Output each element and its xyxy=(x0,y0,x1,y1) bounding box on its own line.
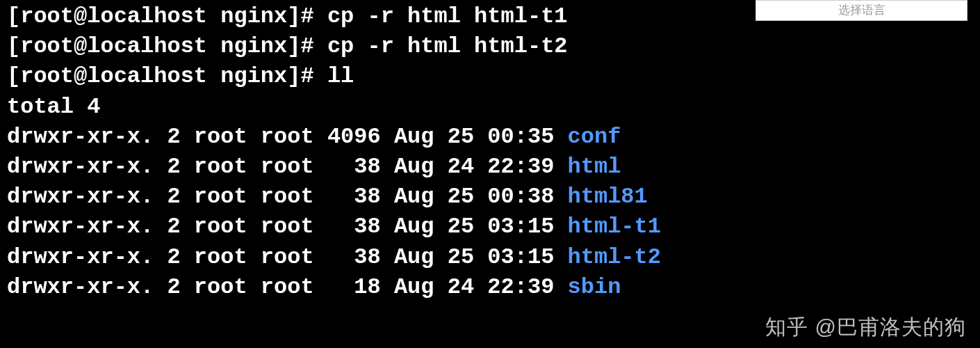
listing-row-meta: drwxr-xr-x. 2 root root 38 Aug 25 03:15 xyxy=(7,244,568,270)
listing-row-meta: drwxr-xr-x. 2 root root 18 Aug 24 22:39 xyxy=(7,274,568,300)
prompt: [root@localhost nginx]# xyxy=(7,33,327,59)
listing-row: drwxr-xr-x. 2 root root 38 Aug 25 03:15 … xyxy=(7,242,980,272)
command-line: [root@localhost nginx]# cp -r html html-… xyxy=(7,31,980,61)
listing-row: drwxr-xr-x. 2 root root 4096 Aug 25 00:3… xyxy=(7,122,980,152)
listing-row: drwxr-xr-x. 2 root root 38 Aug 25 03:15 … xyxy=(7,212,980,242)
command-text: ll xyxy=(327,63,354,89)
language-dropdown-label: 选择语言 xyxy=(838,3,885,19)
listing-row-name: html-t2 xyxy=(568,244,661,270)
listing-total: total 4 xyxy=(7,92,980,122)
listing-row: drwxr-xr-x. 2 root root 38 Aug 25 00:38 … xyxy=(7,182,980,212)
listing-row-meta: drwxr-xr-x. 2 root root 38 Aug 25 03:15 xyxy=(7,214,568,239)
command-text: cp -r html html-t2 xyxy=(327,33,568,59)
listing-row-name: sbin xyxy=(568,274,621,300)
language-dropdown[interactable]: 选择语言 xyxy=(756,0,967,21)
listing-row-meta: drwxr-xr-x. 2 root root 38 Aug 25 00:38 xyxy=(7,184,568,209)
terminal[interactable]: [root@localhost nginx]# cp -r html html-… xyxy=(7,0,980,302)
command-text: cp -r html html-t1 xyxy=(327,3,568,29)
prompt: [root@localhost nginx]# xyxy=(7,3,327,29)
listing-row-name: html81 xyxy=(568,184,648,209)
watermark: 知乎 @巴甫洛夫的狗 xyxy=(765,313,966,342)
listing-row: drwxr-xr-x. 2 root root 18 Aug 24 22:39 … xyxy=(7,272,980,302)
listing-row-name: html-t1 xyxy=(568,214,661,239)
listing-row-name: html xyxy=(568,154,621,180)
listing-row-meta: drwxr-xr-x. 2 root root 4096 Aug 25 00:3… xyxy=(7,124,568,150)
listing-row-meta: drwxr-xr-x. 2 root root 38 Aug 24 22:39 xyxy=(7,154,568,180)
listing-row: drwxr-xr-x. 2 root root 38 Aug 24 22:39 … xyxy=(7,152,980,182)
prompt: [root@localhost nginx]# xyxy=(7,63,327,89)
command-line: [root@localhost nginx]# ll xyxy=(7,61,980,91)
listing-row-name: conf xyxy=(568,124,621,150)
